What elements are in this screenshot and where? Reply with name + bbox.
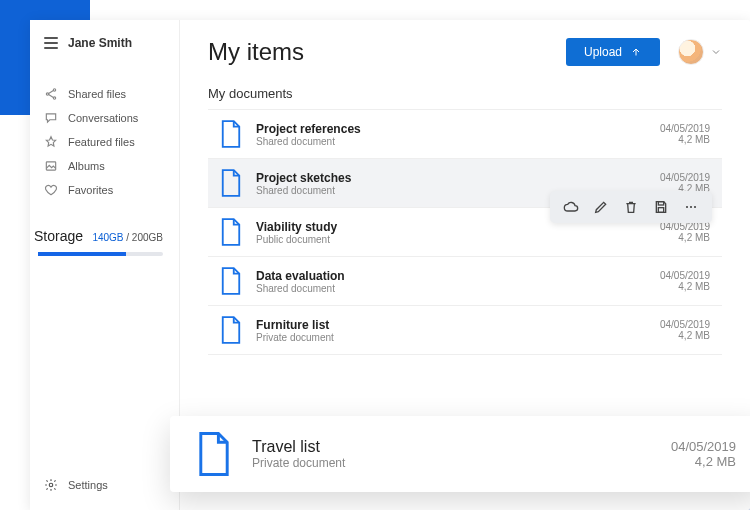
sidebar-item-albums[interactable]: Albums (30, 154, 179, 178)
sidebar-item-settings[interactable]: Settings (30, 460, 179, 510)
svg-point-7 (686, 206, 688, 208)
sidebar-item-conversations[interactable]: Conversations (30, 106, 179, 130)
document-subtitle: Private document (256, 332, 646, 343)
document-row[interactable]: Project references Shared document 04/05… (208, 110, 722, 159)
svg-point-8 (690, 206, 692, 208)
upload-button-label: Upload (584, 45, 622, 59)
document-size: 4,2 MB (660, 281, 710, 292)
svg-point-0 (53, 89, 55, 91)
settings-label: Settings (68, 479, 108, 491)
document-date: 04/05/2019 (660, 319, 710, 330)
document-name: Furniture list (256, 318, 646, 332)
storage-used: 140GB (92, 232, 123, 243)
document-file-icon (220, 169, 242, 197)
sidebar-item-label: Albums (68, 160, 105, 172)
svg-point-1 (46, 93, 48, 95)
star-icon (44, 135, 58, 149)
hamburger-menu-icon[interactable] (44, 37, 58, 49)
document-row[interactable]: Furniture list Private document 04/05/20… (208, 306, 722, 355)
storage-widget: Storage 140GB / 200GB (30, 222, 179, 262)
document-date: 04/05/2019 (660, 270, 710, 281)
more-dots-icon[interactable] (682, 198, 700, 216)
document-file-icon (196, 432, 232, 476)
user-name: Jane Smith (68, 36, 132, 50)
document-size: 4,2 MB (671, 454, 736, 469)
document-name: Travel list (252, 438, 651, 456)
document-subtitle: Private document (252, 456, 651, 470)
document-date: 04/05/2019 (660, 123, 710, 134)
document-date: 04/05/2019 (671, 439, 736, 454)
document-size: 4,2 MB (660, 134, 710, 145)
save-floppy-icon[interactable] (652, 198, 670, 216)
row-action-bar (550, 191, 712, 223)
heart-icon (44, 183, 58, 197)
document-subtitle: Public document (256, 234, 646, 245)
chevron-down-icon[interactable] (710, 46, 722, 58)
upload-button[interactable]: Upload (566, 38, 660, 66)
svg-rect-6 (658, 208, 663, 213)
document-size: 4,2 MB (660, 232, 710, 243)
sidebar: Jane Smith Shared files Conversations Fe… (30, 20, 180, 510)
sidebar-header: Jane Smith (30, 20, 179, 74)
document-row[interactable]: Data evaluation Shared document 04/05/20… (208, 257, 722, 306)
storage-values: 140GB / 200GB (92, 232, 163, 243)
sidebar-nav: Shared files Conversations Featured file… (30, 74, 179, 222)
cloud-action-icon[interactable] (562, 198, 580, 216)
storage-progress-fill (38, 252, 126, 256)
avatar[interactable] (678, 39, 704, 65)
svg-point-2 (53, 97, 55, 99)
storage-title: Storage (34, 228, 83, 244)
document-name: Project references (256, 122, 646, 136)
document-file-icon (220, 120, 242, 148)
document-name: Data evaluation (256, 269, 646, 283)
share-icon (44, 87, 58, 101)
document-file-icon (220, 267, 242, 295)
document-size: 4,2 MB (660, 330, 710, 341)
edit-pencil-icon[interactable] (592, 198, 610, 216)
document-date: 04/05/2019 (660, 172, 710, 183)
page-title: My items (208, 38, 304, 66)
sidebar-item-label: Shared files (68, 88, 126, 100)
svg-rect-5 (658, 202, 663, 205)
document-subtitle: Shared document (256, 136, 646, 147)
svg-point-9 (694, 206, 696, 208)
sidebar-item-label: Featured files (68, 136, 135, 148)
sidebar-item-label: Conversations (68, 112, 138, 124)
documents-list: Project references Shared document 04/05… (208, 109, 722, 355)
sidebar-item-shared-files[interactable]: Shared files (30, 82, 179, 106)
document-file-icon (220, 218, 242, 246)
document-card-floating[interactable]: Travel list Private document 04/05/2019 … (170, 416, 750, 492)
section-title: My documents (208, 86, 722, 101)
trash-icon[interactable] (622, 198, 640, 216)
svg-point-4 (49, 483, 53, 487)
document-file-icon (220, 316, 242, 344)
sidebar-item-featured-files[interactable]: Featured files (30, 130, 179, 154)
document-row[interactable]: Project sketches Shared document 04/05/2… (208, 159, 722, 208)
main-header: My items Upload (208, 38, 722, 66)
document-subtitle: Shared document (256, 283, 646, 294)
document-name: Project sketches (256, 171, 646, 185)
svg-rect-3 (46, 162, 55, 170)
image-icon (44, 159, 58, 173)
speech-bubble-icon (44, 111, 58, 125)
storage-sep: / (124, 232, 132, 243)
storage-total: 200GB (132, 232, 163, 243)
sidebar-item-label: Favorites (68, 184, 113, 196)
upload-arrow-icon (630, 46, 642, 58)
gear-icon (44, 478, 58, 492)
storage-progress-bar (38, 252, 163, 256)
sidebar-item-favorites[interactable]: Favorites (30, 178, 179, 202)
